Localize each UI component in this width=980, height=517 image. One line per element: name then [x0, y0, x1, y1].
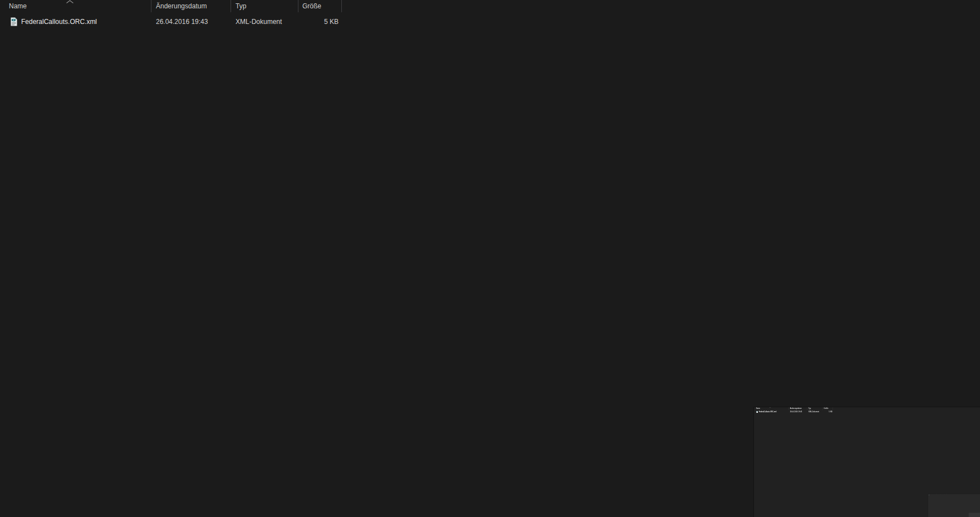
file-name: FederalCallouts.ORC.xml: [759, 411, 776, 413]
file-row[interactable]: FederalCallouts.ORC.xml 26.04.2016 19:43…: [0, 16, 345, 27]
column-header-size[interactable]: Größe: [823, 407, 833, 410]
file-explorer-window: Name Änderungsdatum Typ Größe: [754, 407, 980, 517]
column-header-modified-label: Änderungsdatum: [790, 408, 802, 409]
column-header-size[interactable]: Größe: [298, 0, 342, 12]
column-header-modified-label: Änderungsdatum: [156, 2, 207, 10]
sort-ascending-icon: [769, 407, 771, 408]
file-modified-date: 26.04.2016 19:43: [156, 16, 208, 27]
file-explorer-window: Name Änderungsdatum Typ Größe: [0, 0, 980, 517]
file-type: XML-Dokument: [808, 411, 819, 413]
column-header-type-label: Typ: [236, 2, 246, 10]
file-row[interactable]: FederalCallouts.ORC.xml 26.04.2016 19:43…: [928, 495, 947, 495]
file-size: 5 KB: [823, 411, 832, 413]
file-type: XML-Dokument: [236, 16, 282, 27]
column-header-type[interactable]: Typ: [807, 407, 823, 410]
columns-header: Name Änderungsdatum Typ Größe: [0, 0, 345, 13]
column-header-name[interactable]: Name: [0, 0, 151, 12]
xml-file-icon: [9, 17, 18, 26]
column-header-name-label: Name: [756, 408, 760, 409]
sort-ascending-icon: [66, 0, 74, 3]
file-name: FederalCallouts.ORC.xml: [929, 495, 933, 495]
column-header-size-label: Größe: [302, 2, 321, 10]
column-header-type-label: Typ: [808, 408, 811, 409]
file-row[interactable]: FederalCallouts.ORC.xml 26.04.2016 19:43…: [754, 411, 834, 413]
file-explorer-window: Name Änderungsdatum Typ Größe: [928, 494, 980, 517]
column-header-type[interactable]: Typ: [231, 0, 298, 12]
file-modified-date: 26.04.2016 19:43: [937, 495, 939, 495]
column-header-name[interactable]: Name: [754, 407, 789, 410]
columns-header: Name Änderungsdatum Typ Größe: [754, 407, 834, 410]
screen-preview-thumbnail[interactable]: Name Änderungsdatum Typ Größe: [928, 494, 980, 517]
file-type: XML-Dokument: [941, 495, 943, 495]
file-modified-date: 26.04.2016 19:43: [790, 411, 802, 413]
file-name: FederalCallouts.ORC.xml: [21, 16, 97, 27]
column-header-modified[interactable]: Änderungsdatum: [151, 0, 231, 12]
screen-preview-thumbnail[interactable]: [968, 513, 980, 517]
xml-file-icon: [756, 411, 758, 413]
column-header-name-label: Name: [9, 2, 27, 10]
desktop-root: Name Änderungsdatum Typ Größe: [0, 0, 980, 517]
screen-preview-thumbnail[interactable]: Name Änderungsdatum Typ Größe: [753, 407, 980, 517]
column-header-modified[interactable]: Änderungsdatum: [789, 407, 807, 410]
column-header-size-label: Größe: [824, 408, 829, 409]
file-size: 5 KB: [298, 16, 339, 27]
file-size: 5 KB: [944, 495, 947, 495]
